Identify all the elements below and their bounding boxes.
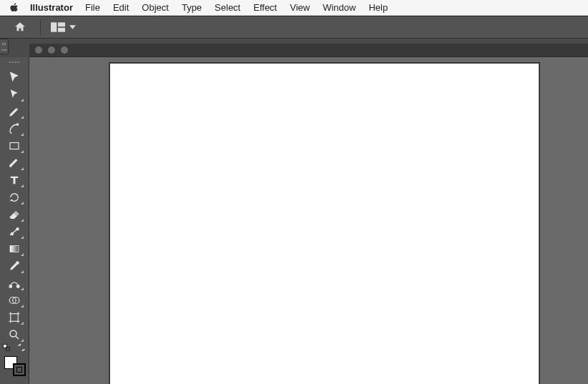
svg-rect-0: [51, 22, 57, 31]
svg-point-10: [16, 285, 19, 288]
svg-point-8: [16, 261, 19, 265]
svg-rect-7: [10, 246, 19, 252]
menu-window[interactable]: Window: [316, 2, 362, 13]
menu-object[interactable]: Object: [135, 2, 175, 13]
chevron-down-icon: [69, 25, 76, 29]
window-minimize-icon[interactable]: [48, 46, 55, 54]
arrange-documents-button[interactable]: [51, 22, 76, 32]
default-colors-icon: [3, 344, 10, 351]
menu-edit[interactable]: Edit: [107, 2, 135, 13]
panel-grip[interactable]: [4, 61, 24, 64]
width-tool[interactable]: [3, 223, 26, 240]
window-zoom-icon[interactable]: [61, 46, 68, 54]
document-tab-strip: [29, 44, 588, 57]
paintbrush-tool[interactable]: [3, 154, 26, 172]
home-button[interactable]: [10, 19, 30, 36]
svg-point-6: [16, 228, 19, 230]
swap-colors-icon: [17, 343, 26, 352]
zoom-tool[interactable]: [3, 326, 26, 343]
app-top-bar: [0, 16, 588, 39]
menu-file[interactable]: File: [79, 2, 107, 13]
expand-chevrons-icon: ››: [2, 42, 6, 46]
macos-menubar: Illustrator File Edit Object Type Select…: [0, 0, 588, 16]
menu-help[interactable]: Help: [362, 2, 394, 13]
fill-stroke-swatches[interactable]: [3, 356, 26, 376]
app-name[interactable]: Illustrator: [24, 2, 79, 13]
svg-point-3: [16, 124, 18, 125]
blend-tool[interactable]: [3, 275, 26, 292]
swap-default-colors[interactable]: [3, 343, 26, 352]
svg-rect-2: [58, 28, 65, 32]
tools-panel: [0, 57, 29, 384]
artboard-tool[interactable]: [3, 309, 26, 326]
svg-point-14: [10, 330, 16, 337]
artboard[interactable]: [109, 63, 539, 384]
collapsed-panel-handle[interactable]: ››: [0, 39, 9, 54]
direct-selection-tool[interactable]: [3, 86, 26, 103]
window-close-icon[interactable]: [35, 46, 42, 54]
svg-rect-1: [58, 22, 65, 26]
eyedropper-tool[interactable]: [3, 257, 26, 275]
selection-tool[interactable]: [3, 69, 26, 86]
curvature-tool[interactable]: [3, 120, 26, 137]
canvas-area[interactable]: [29, 57, 588, 384]
rotate-tool[interactable]: [3, 189, 26, 206]
divider: [40, 19, 41, 35]
menu-select[interactable]: Select: [208, 2, 247, 13]
menu-effect[interactable]: Effect: [247, 2, 283, 13]
type-tool[interactable]: [3, 172, 26, 189]
svg-rect-9: [9, 285, 11, 287]
menu-type[interactable]: Type: [175, 2, 208, 13]
svg-rect-13: [11, 314, 19, 322]
stroke-swatch[interactable]: [13, 363, 26, 376]
eraser-tool[interactable]: [3, 206, 26, 223]
pen-tool[interactable]: [3, 103, 26, 120]
svg-rect-4: [10, 143, 19, 149]
rectangle-tool[interactable]: [3, 137, 26, 154]
shape-builder-tool[interactable]: [3, 292, 26, 309]
gradient-tool[interactable]: [3, 240, 26, 257]
apple-menu-icon[interactable]: [7, 3, 20, 13]
menu-view[interactable]: View: [283, 2, 316, 13]
svg-point-5: [11, 233, 14, 235]
